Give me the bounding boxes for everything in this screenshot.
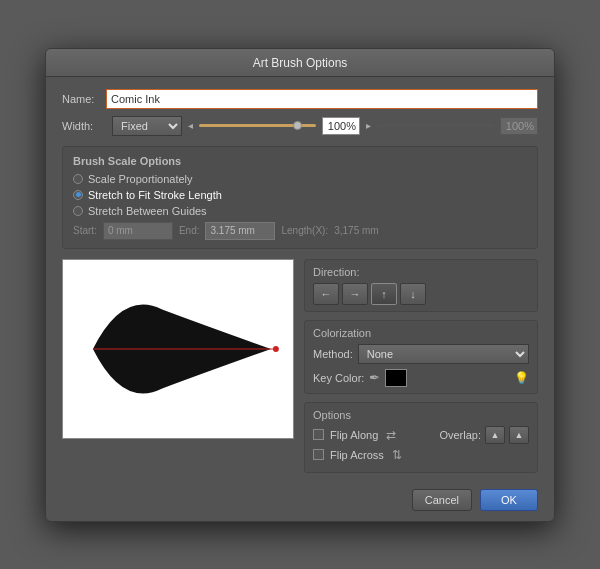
key-color-label: Key Color:	[313, 372, 364, 384]
overlap-btn-1[interactable]: ▲	[485, 426, 505, 444]
colorization-section: Colorization Method: None Tints Tints an…	[304, 320, 538, 394]
colorization-title: Colorization	[313, 327, 529, 339]
flip-along-label: Flip Along	[330, 429, 378, 441]
width-slider-container	[199, 124, 316, 127]
flip-across-icon: ⇅	[392, 448, 402, 462]
options-section: Options Flip Along ⇄ Overlap: ▲ ▲ Fli	[304, 402, 538, 473]
width-row: Width: Fixed ◂ ▸	[62, 116, 538, 136]
method-row: Method: None Tints Tints and Shades Hue …	[313, 344, 529, 364]
method-select[interactable]: None Tints Tints and Shades Hue Shift	[358, 344, 529, 364]
main-area: Direction: ← → ↑ ↓ Colorization Method: …	[62, 259, 538, 473]
name-row: Name:	[62, 89, 538, 109]
direction-title: Direction:	[313, 266, 529, 278]
start-label: Start:	[73, 225, 97, 236]
width-percent-input[interactable]	[322, 117, 360, 135]
flip-along-checkbox[interactable]	[313, 429, 324, 440]
radio-stretch-fit[interactable]: Stretch to Fit Stroke Length	[73, 189, 527, 201]
flip-across-row: Flip Across ⇅	[313, 448, 529, 462]
cancel-button[interactable]: Cancel	[412, 489, 472, 511]
dialog-title-bar: Art Brush Options	[46, 49, 554, 77]
width-label: Width:	[62, 120, 100, 132]
key-color-swatch[interactable]	[385, 369, 407, 387]
key-color-row: Key Color: ✒ 💡	[313, 369, 529, 387]
radio-scale-proportionately-label: Scale Proportionately	[88, 173, 193, 185]
overlap-label: Overlap:	[439, 429, 481, 441]
length-value: 3,175 mm	[334, 225, 378, 236]
end-input	[205, 222, 275, 240]
radio-stretch-guides-circle	[73, 206, 83, 216]
direction-buttons: ← → ↑ ↓	[313, 283, 529, 305]
width-select[interactable]: Fixed	[112, 116, 182, 136]
dir-btn-up[interactable]: ↑	[371, 283, 397, 305]
radio-stretch-guides[interactable]: Stretch Between Guides	[73, 205, 527, 217]
flip-along-row: Flip Along ⇄ Overlap: ▲ ▲	[313, 426, 529, 444]
preview-svg	[63, 260, 293, 438]
radio-stretch-fit-circle	[73, 190, 83, 200]
art-brush-options-dialog: Art Brush Options Name: Width: Fixed ◂ ▸	[45, 48, 555, 522]
flip-across-label: Flip Across	[330, 449, 384, 461]
start-input	[103, 222, 173, 240]
guides-row: Start: End: Length(X): 3,175 mm	[73, 222, 527, 240]
flip-along-icon: ⇄	[386, 428, 396, 442]
radio-stretch-fit-label: Stretch to Fit Stroke Length	[88, 189, 222, 201]
dialog-body: Name: Width: Fixed ◂ ▸ Brush Scale Optio…	[46, 77, 554, 521]
direction-section: Direction: ← → ↑ ↓	[304, 259, 538, 312]
brush-scale-title: Brush Scale Options	[73, 155, 527, 167]
overlap-group: Overlap: ▲ ▲	[439, 426, 529, 444]
slider-arrow-right-icon: ▸	[366, 120, 371, 131]
options-title: Options	[313, 409, 529, 421]
radio-scale-proportionately[interactable]: Scale Proportionately	[73, 173, 527, 185]
width-slider-disabled	[377, 124, 494, 127]
ok-button[interactable]: OK	[480, 489, 538, 511]
overlap-btn-2[interactable]: ▲	[509, 426, 529, 444]
radio-scale-proportionately-circle	[73, 174, 83, 184]
method-label: Method:	[313, 348, 353, 360]
name-input[interactable]	[106, 89, 538, 109]
dir-btn-right[interactable]: →	[342, 283, 368, 305]
length-label: Length(X):	[281, 225, 328, 236]
width-slider-thumb	[293, 121, 302, 130]
right-panel: Direction: ← → ↑ ↓ Colorization Method: …	[304, 259, 538, 473]
dialog-title: Art Brush Options	[253, 56, 348, 70]
tip-icon: 💡	[514, 371, 529, 385]
flip-across-checkbox[interactable]	[313, 449, 324, 460]
name-label: Name:	[62, 93, 100, 105]
radio-stretch-guides-label: Stretch Between Guides	[88, 205, 207, 217]
slider-arrow-left-icon: ◂	[188, 120, 193, 131]
svg-point-1	[273, 346, 279, 352]
brush-scale-options-box: Brush Scale Options Scale Proportionatel…	[62, 146, 538, 249]
end-label: End:	[179, 225, 200, 236]
eyedropper-icon[interactable]: ✒	[369, 370, 380, 385]
width-percent-input-disabled	[500, 117, 538, 135]
dir-btn-left[interactable]: ←	[313, 283, 339, 305]
preview-box	[62, 259, 294, 439]
footer: Cancel OK	[62, 483, 538, 511]
dir-btn-down[interactable]: ↓	[400, 283, 426, 305]
width-slider[interactable]	[199, 124, 316, 127]
